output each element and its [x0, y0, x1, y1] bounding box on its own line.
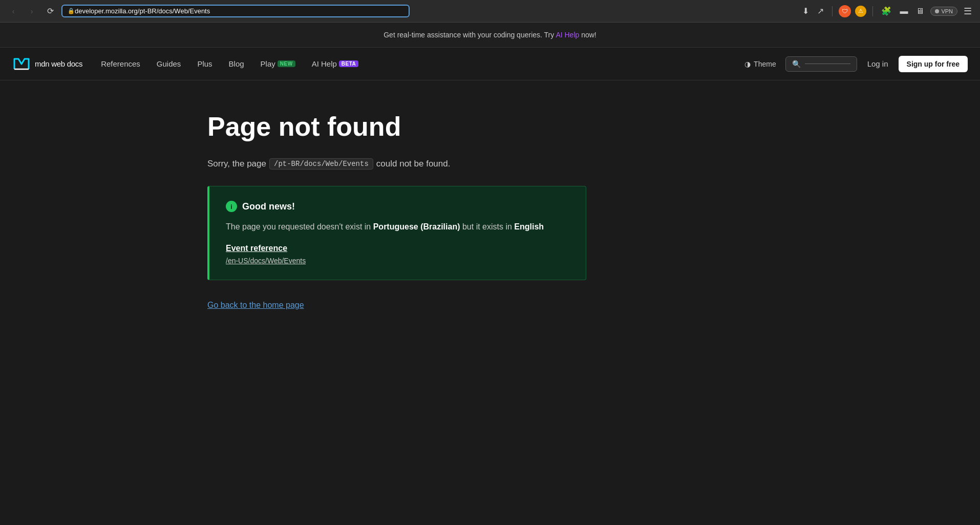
back-button[interactable]: ‹: [6, 4, 20, 18]
nav-references-label: References: [101, 59, 140, 68]
sorry-prefix: Sorry, the page: [207, 159, 266, 169]
page-content: Page not found Sorry, the page /pt-BR/do…: [183, 80, 797, 341]
nav-guides-label: Guides: [157, 59, 181, 68]
event-reference-url[interactable]: /en-US/docs/Web/Events: [226, 257, 306, 265]
banner-text-after: now!: [579, 31, 596, 39]
vpn-badge[interactable]: VPN: [930, 7, 957, 16]
event-reference-link[interactable]: Event reference: [226, 244, 569, 253]
lock-icon: 🔒: [68, 8, 75, 14]
page-path: /pt-BR/docs/Web/Events: [269, 158, 373, 170]
browser-right-icons: ⬇ ↗ 🛡 ⚠ 🧩 ▬ 🖥 VPN ☰: [800, 4, 974, 19]
mdn-logo-icon: [12, 55, 31, 73]
share-icon[interactable]: ↗: [815, 4, 826, 18]
top-banner: Get real-time assistance with your codin…: [0, 23, 980, 48]
page-title: Page not found: [207, 111, 773, 142]
warning-icon[interactable]: ⚠: [855, 6, 866, 17]
good-news-header: i Good news!: [226, 201, 569, 212]
refresh-button[interactable]: ⟳: [43, 4, 57, 18]
ai-help-link[interactable]: AI Help: [556, 31, 579, 39]
good-news-lang2: English: [514, 222, 544, 231]
banner-text: Get real-time assistance with your codin…: [384, 31, 556, 39]
address-bar-container: 🔒 developer.mozilla.org/pt-BR/docs/Web/E…: [61, 5, 410, 17]
signup-button[interactable]: Sign up for free: [899, 56, 968, 72]
menu-icon[interactable]: ☰: [962, 4, 974, 19]
sidebar-icon[interactable]: ▬: [898, 5, 910, 18]
good-news-middle: but it exists in: [460, 222, 515, 231]
info-icon: i: [226, 201, 237, 212]
divider2: [872, 6, 873, 16]
nav-play[interactable]: Play NEW: [254, 55, 302, 72]
mdn-logo-text: mdn web docs: [35, 59, 82, 68]
ai-help-beta-badge: BETA: [339, 60, 358, 67]
search-icon: 🔍: [792, 60, 801, 68]
good-news-box: i Good news! The page you requested does…: [207, 186, 586, 280]
search-box[interactable]: 🔍: [785, 56, 857, 72]
vpn-dot: [935, 9, 939, 13]
good-news-prefix: The page you requested doesn't exist in: [226, 222, 373, 231]
sorry-suffix: could not be found.: [376, 159, 451, 169]
search-underline: [805, 64, 850, 64]
login-button[interactable]: Log in: [861, 56, 894, 71]
nav-references[interactable]: References: [95, 55, 146, 72]
go-back-link[interactable]: Go back to the home page: [207, 301, 304, 309]
play-new-badge: NEW: [278, 60, 295, 67]
nav-guides[interactable]: Guides: [151, 55, 187, 72]
nav-plus-label: Plus: [197, 59, 212, 68]
extensions-icon[interactable]: 🧩: [879, 4, 893, 18]
nav-blog[interactable]: Blog: [223, 55, 250, 72]
browser-chrome: ‹ › ⟳ 🔒 developer.mozilla.org/pt-BR/docs…: [0, 0, 980, 23]
forward-button[interactable]: ›: [25, 4, 39, 18]
theme-label: Theme: [754, 60, 776, 68]
theme-icon: ◑: [744, 60, 751, 68]
download-icon[interactable]: ⬇: [800, 4, 811, 18]
nav-play-label: Play: [261, 59, 275, 68]
nav-blog-label: Blog: [229, 59, 244, 68]
screen-icon[interactable]: 🖥: [914, 5, 926, 18]
main-nav: mdn web docs References Guides Plus Blog…: [0, 48, 980, 80]
theme-button[interactable]: ◑ Theme: [739, 57, 781, 71]
good-news-lang1: Portuguese (Brazilian): [373, 222, 460, 231]
address-bar-url[interactable]: developer.mozilla.org/pt-BR/docs/Web/Eve…: [75, 7, 403, 15]
vpn-label: VPN: [941, 8, 953, 14]
good-news-body: The page you requested doesn't exist in …: [226, 220, 569, 234]
mdn-logo[interactable]: mdn web docs: [12, 55, 82, 73]
nav-ai-help-label: AI Help: [312, 59, 337, 68]
nav-ai-help[interactable]: AI Help BETA: [306, 55, 365, 72]
brave-shield-icon[interactable]: 🛡: [839, 5, 851, 17]
good-news-title: Good news!: [242, 201, 295, 212]
nav-right: ◑ Theme 🔍 Log in Sign up for free: [739, 56, 968, 72]
divider: [832, 6, 833, 16]
sorry-message: Sorry, the page /pt-BR/docs/Web/Events c…: [207, 158, 773, 170]
nav-plus[interactable]: Plus: [191, 55, 218, 72]
